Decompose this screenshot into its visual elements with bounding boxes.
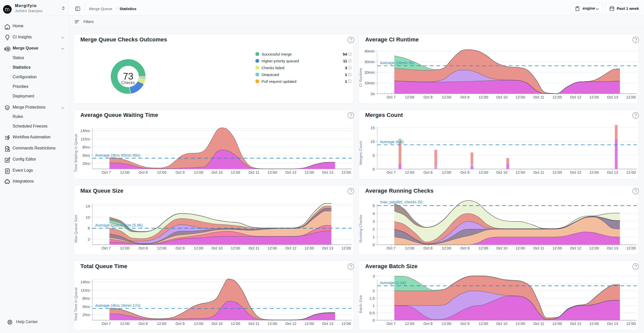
svg-text:8hrs: 8hrs [82, 145, 90, 149]
svg-text:Oct 12: Oct 12 [570, 170, 581, 174]
svg-text:Oct 9: Oct 9 [176, 170, 185, 174]
svg-text:Oct 10: Oct 10 [211, 246, 222, 250]
svg-text:12:00: 12:00 [231, 321, 240, 326]
svg-text:Oct 8: Oct 8 [139, 321, 148, 326]
svg-text:12:00: 12:00 [405, 170, 415, 174]
svg-text:1: 1 [345, 72, 347, 77]
svg-text:Average (8.8): Average (8.8) [380, 140, 404, 144]
svg-text:12:00: 12:00 [405, 95, 415, 99]
svg-text:Oct 12: Oct 12 [570, 321, 581, 326]
svg-text:12:00: 12:00 [553, 170, 562, 174]
svg-text:5hrs: 5hrs [82, 153, 90, 158]
svg-text:Oct 10: Oct 10 [496, 95, 507, 99]
svg-text:14hrs: 14hrs [80, 129, 90, 133]
svg-text:12:00: 12:00 [231, 246, 240, 250]
svg-text:8hrs: 8hrs [82, 296, 90, 300]
svg-text:30min: 30min [364, 60, 375, 64]
svg-text:0: 0 [373, 318, 375, 322]
svg-text:Oct 7: Oct 7 [102, 170, 111, 174]
svg-text:1.5: 1.5 [370, 296, 375, 300]
svg-text:2hrs: 2hrs [82, 161, 90, 166]
svg-text:12:00: 12:00 [479, 246, 488, 250]
svg-text:Batch Size: Batch Size [359, 295, 363, 313]
svg-text:12:00: 12:00 [442, 170, 451, 174]
svg-text:2: 2 [88, 237, 90, 241]
svg-text:12:00: 12:00 [194, 170, 203, 174]
svg-text:Oct 13: Oct 13 [607, 170, 618, 174]
svg-text:4: 4 [373, 211, 375, 216]
svg-text:12:00: 12:00 [589, 321, 599, 326]
svg-text:11hrs: 11hrs [81, 288, 90, 292]
svg-text:Oct 12: Oct 12 [285, 321, 296, 326]
svg-text:Oct 11: Oct 11 [248, 321, 259, 326]
svg-text:Average (26min 9s): Average (26min 9s) [380, 61, 414, 65]
svg-text:12:00: 12:00 [120, 321, 130, 326]
svg-text:11: 11 [343, 59, 347, 63]
svg-text:Merges Count: Merges Count [359, 141, 363, 165]
svg-text:12:00: 12:00 [120, 246, 130, 250]
svg-text:40min: 40min [364, 49, 375, 53]
svg-text:Oct 13: Oct 13 [607, 321, 618, 326]
svg-text:Pull request updated: Pull request updated [262, 79, 296, 84]
svg-text:14hrs: 14hrs [80, 280, 90, 284]
svg-text:12:00: 12:00 [626, 321, 636, 326]
svg-text:12:00: 12:00 [516, 321, 525, 326]
svg-text:Oct 7: Oct 7 [387, 95, 396, 99]
svg-text:12:00: 12:00 [341, 246, 351, 250]
svg-text:Oct 11: Oct 11 [533, 246, 544, 250]
svg-text:12:00: 12:00 [405, 321, 415, 326]
svg-text:20min: 20min [364, 70, 375, 74]
svg-text:Oct 11: Oct 11 [533, 95, 544, 99]
svg-text:Oct 12: Oct 12 [285, 170, 296, 174]
svg-text:Average Queue Size (5.96): Average Queue Size (5.96) [95, 223, 143, 227]
svg-text:Time Waiting in Queue: Time Waiting in Queue [74, 134, 78, 172]
svg-text:max_parallel_checks (5): max_parallel_checks (5) [380, 200, 423, 204]
svg-text:0.5: 0.5 [370, 311, 375, 315]
svg-text:12:00: 12:00 [516, 95, 525, 99]
svg-text:Oct 13: Oct 13 [607, 246, 618, 250]
svg-text:12:00: 12:00 [268, 246, 277, 250]
svg-text:Average (2.34): Average (2.34) [380, 280, 406, 285]
svg-text:Dequeued: Dequeued [262, 72, 279, 77]
svg-text:2: 2 [373, 227, 375, 231]
svg-text:Running Checks: Running Checks [359, 215, 363, 243]
svg-text:Oct 12: Oct 12 [570, 246, 581, 250]
svg-text:5hrs: 5hrs [82, 304, 90, 309]
svg-text:Oct 13: Oct 13 [322, 321, 333, 326]
svg-text:Oct 10: Oct 10 [211, 321, 222, 326]
svg-text:54: 54 [343, 52, 347, 56]
svg-text:Average (3hrs 55min 59s): Average (3hrs 55min 59s) [95, 153, 140, 157]
svg-text:12:00: 12:00 [341, 170, 351, 174]
svg-text:73: 73 [123, 71, 133, 82]
svg-text:Oct 8: Oct 8 [424, 321, 433, 326]
svg-text:12:00: 12:00 [553, 95, 562, 99]
svg-text:Oct 9: Oct 9 [461, 95, 470, 99]
svg-text:Oct 10: Oct 10 [496, 170, 507, 174]
svg-text:Oct 11: Oct 11 [533, 170, 544, 174]
svg-text:12:00: 12:00 [589, 170, 599, 174]
svg-text:12:00: 12:00 [405, 246, 415, 250]
svg-text:12:00: 12:00 [479, 170, 488, 174]
svg-text:Oct 11: Oct 11 [533, 321, 544, 326]
svg-text:12:00: 12:00 [626, 95, 636, 99]
svg-text:12:00: 12:00 [626, 170, 636, 174]
svg-text:3: 3 [373, 274, 375, 278]
svg-text:12:00: 12:00 [341, 321, 351, 326]
svg-text:3: 3 [345, 66, 347, 70]
svg-text:Oct 12: Oct 12 [570, 95, 581, 99]
svg-text:Checks failed: Checks failed [262, 66, 284, 70]
svg-text:Oct 7: Oct 7 [387, 246, 396, 250]
svg-text:5: 5 [373, 203, 375, 208]
svg-text:1: 1 [345, 79, 347, 84]
svg-text:Total Time in Queue: Total Time in Queue [74, 287, 78, 321]
svg-text:12:00: 12:00 [553, 246, 562, 250]
svg-text:3: 3 [373, 219, 375, 223]
svg-text:Oct 13: Oct 13 [607, 95, 618, 99]
svg-text:5: 5 [373, 153, 375, 158]
svg-text:Oct 7: Oct 7 [102, 246, 111, 250]
svg-text:12:00: 12:00 [305, 246, 314, 250]
svg-text:0: 0 [373, 243, 375, 247]
svg-text:12:00: 12:00 [194, 246, 203, 250]
svg-text:Average (4hrs 16min 17s): Average (4hrs 16min 17s) [95, 303, 140, 308]
svg-text:Higher priority queued: Higher priority queued [262, 59, 299, 63]
